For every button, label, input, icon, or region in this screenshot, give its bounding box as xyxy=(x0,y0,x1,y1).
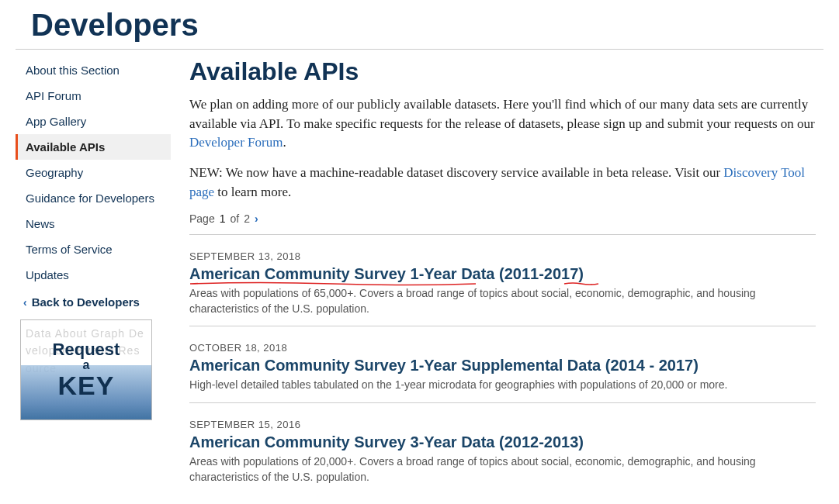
main-heading: Available APIs xyxy=(189,57,816,86)
intro-paragraph-2: NEW: We now have a machine-readable data… xyxy=(189,164,816,202)
divider xyxy=(189,326,816,326)
divider xyxy=(189,402,816,403)
intro-paragraph-1: We plan on adding more of our publicly a… xyxy=(189,95,816,153)
article-date: SEPTEMBER 13, 2018 xyxy=(189,250,816,262)
sidebar-item-app-gallery[interactable]: App Gallery xyxy=(16,109,171,134)
key-box-foreground: Request a KEY xyxy=(53,340,120,401)
pager-next-icon[interactable]: › xyxy=(255,212,258,225)
article-description: Areas with populations of 20,000+. Cover… xyxy=(189,454,816,485)
article-title-text: American Community Survey 3-Year Data (2… xyxy=(189,433,584,450)
developer-forum-link[interactable]: Developer Forum xyxy=(189,135,283,150)
pager-label-of: of xyxy=(231,212,240,225)
sidebar: About this Section API Forum App Gallery… xyxy=(16,57,171,420)
sidebar-item-news[interactable]: News xyxy=(16,211,171,236)
intro-p1-text-pre: We plan on adding more of our publicly a… xyxy=(189,97,815,131)
article-title-link[interactable]: American Community Survey 3-Year Data (2… xyxy=(189,433,584,451)
back-to-developers-link[interactable]: ‹ Back to Developers xyxy=(16,288,171,319)
article-title-link[interactable]: American Community Survey 1-Year Data (2… xyxy=(189,265,584,283)
article-title-text: American Community Survey 1-Year Supplem… xyxy=(189,357,699,374)
sidebar-item-about-this-section[interactable]: About this Section xyxy=(16,57,171,83)
pager-label-page: Page xyxy=(189,212,215,225)
article-description: Areas with populations of 65,000+. Cover… xyxy=(189,286,816,316)
pager-total: 2 xyxy=(244,212,250,225)
article-item: SEPTEMBER 13, 2018 American Community Su… xyxy=(189,250,816,316)
layout: About this Section API Forum App Gallery… xyxy=(16,57,823,492)
sidebar-item-api-forum[interactable]: API Forum xyxy=(16,83,171,109)
article-date: OCTOBER 18, 2018 xyxy=(189,342,816,354)
page-header: Developers xyxy=(16,8,823,50)
sidebar-item-terms-of-service[interactable]: Terms of Service xyxy=(16,236,171,262)
key-box-line1: Request xyxy=(53,340,120,360)
intro-p1-text-post: . xyxy=(283,135,286,150)
intro-p2-text-pre: NEW: We now have a machine-readable data… xyxy=(189,165,723,180)
divider xyxy=(189,234,816,235)
article-title-link[interactable]: American Community Survey 1-Year Supplem… xyxy=(189,357,699,375)
sidebar-item-guidance-for-developers[interactable]: Guidance for Developers xyxy=(16,185,171,211)
pager-current: 1 xyxy=(220,212,226,225)
page-title: Developers xyxy=(31,8,823,43)
sidebar-item-geography[interactable]: Geography xyxy=(16,160,171,185)
main-content: Available APIs We plan on adding more of… xyxy=(189,57,823,492)
key-box-line3: KEY xyxy=(53,371,120,401)
sidebar-item-available-apis[interactable]: Available APIs xyxy=(16,134,171,160)
sidebar-item-updates[interactable]: Updates xyxy=(16,262,171,288)
intro-p2-text-post: to learn more. xyxy=(214,185,291,199)
back-link-label: Back to Developers xyxy=(32,295,140,309)
article-description: High-level detailed tables tabulated on … xyxy=(189,378,816,393)
request-a-key-button[interactable]: Data About Graph Developers Events Resou… xyxy=(20,319,152,420)
article-title-text: American Community Survey 1-Year Data (2… xyxy=(189,265,584,282)
article-item: SEPTEMBER 15, 2016 American Community Su… xyxy=(189,419,816,485)
sidebar-nav: About this Section API Forum App Gallery… xyxy=(16,57,171,288)
article-date: SEPTEMBER 15, 2016 xyxy=(189,419,816,430)
pager: Page 1 of 2 › xyxy=(189,212,816,225)
chevron-left-icon: ‹ xyxy=(23,296,27,309)
article-item: OCTOBER 18, 2018 American Community Surv… xyxy=(189,342,816,393)
